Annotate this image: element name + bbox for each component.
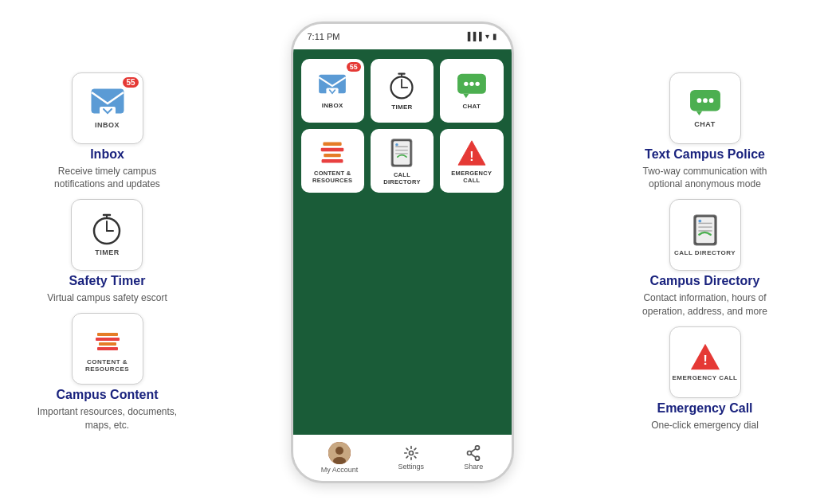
phone-time: 7:11 PM [308, 32, 340, 41]
app-content-icon [317, 139, 347, 166]
app-timer-icon [387, 72, 416, 100]
svg-rect-9 [99, 342, 116, 346]
svg-rect-25 [322, 159, 343, 162]
svg-rect-12 [327, 88, 339, 96]
tab-share-label: Share [464, 463, 483, 471]
content-icon [91, 325, 124, 355]
chat-title: Text Campus Police [645, 147, 765, 162]
svg-rect-23 [321, 148, 344, 151]
timer-icon-box: TIMER [71, 199, 143, 271]
svg-rect-24 [324, 154, 340, 157]
content-desc: Important resources, documents, maps, et… [32, 405, 183, 432]
calldirectory-icon-box: CALL DIRECTORY [669, 199, 741, 271]
chat-icon-right [689, 88, 722, 117]
svg-point-21 [475, 82, 479, 86]
app-calldirectory[interactable]: CALLDIRECTORY [371, 129, 434, 193]
feature-calldirectory: CALL DIRECTORY Campus Directory Contact … [630, 199, 781, 318]
chat-icon-box: CHAT [669, 72, 741, 144]
main-container: 55 INBOX Inbox Receive timely campus not… [8, 10, 813, 495]
feature-emergency: ! EMERGENCY CALL Emergency Call One-clic… [651, 326, 759, 432]
svg-rect-10 [97, 347, 118, 350]
right-panel: CHAT Text Campus Police Two-way communic… [614, 72, 797, 432]
timer-label-left: TIMER [95, 248, 120, 256]
feature-chat: CHAT Text Campus Police Two-way communic… [630, 72, 781, 192]
content-title: Campus Content [57, 388, 159, 402]
status-bar: 7:11 PM ▐▐▐ ▾ ▮ [293, 24, 512, 49]
bottom-bar: My Account Settings Share [293, 435, 512, 481]
avatar [328, 442, 351, 464]
timer-desc: Virtual campus safety escort [47, 291, 167, 305]
avatar-icon [328, 442, 351, 464]
tab-myaccount-label: My Account [321, 466, 359, 474]
svg-point-44 [696, 98, 701, 103]
app-chat[interactable]: CHAT [440, 59, 503, 123]
inbox-icon [90, 88, 125, 118]
feature-content: CONTENT & RESOURCES Campus Content Impor… [32, 313, 183, 432]
calldirectory-desc: Contact information, hours of operation,… [630, 291, 781, 318]
wifi-icon: ▾ [485, 32, 489, 41]
app-timer-label: TIMER [391, 104, 412, 111]
calldirectory-title: Campus Directory [650, 274, 760, 288]
signal-icon: ▐▐▐ [465, 32, 481, 41]
content-label-left: CONTENT & RESOURCES [73, 358, 143, 373]
timer-icon [91, 213, 123, 245]
svg-point-46 [708, 98, 713, 103]
tab-settings-label: Settings [398, 463, 424, 471]
app-grid: 55 INBOX [301, 59, 504, 193]
svg-line-41 [471, 448, 476, 451]
app-content-label: CONTENT &RESOURCES [312, 170, 352, 184]
svg-point-20 [469, 82, 473, 86]
app-timer[interactable]: TIMER [371, 59, 434, 123]
app-calldirectory-icon [388, 138, 415, 168]
svg-rect-1 [100, 107, 116, 116]
left-panel: 55 INBOX Inbox Receive timely campus not… [24, 72, 191, 432]
timer-title: Safety Timer [69, 274, 146, 288]
svg-point-45 [703, 98, 708, 103]
emergency-icon-right: ! [689, 342, 721, 372]
tab-share[interactable]: Share [464, 445, 483, 471]
app-emergency-icon: ! [457, 139, 487, 166]
phone: 7:11 PM ▐▐▐ ▾ ▮ 55 INBOX [291, 21, 514, 483]
svg-text:!: ! [703, 353, 708, 369]
emergency-icon-box: ! EMERGENCY CALL [669, 326, 741, 398]
tab-settings[interactable]: Settings [398, 445, 424, 471]
inbox-title: Inbox [90, 147, 124, 162]
battery-icon: ▮ [492, 32, 497, 41]
app-chat-icon [456, 72, 488, 100]
calldirectory-label-right: CALL DIRECTORY [674, 250, 736, 257]
app-inbox-label: INBOX [322, 102, 343, 110]
content-icon-box: CONTENT & RESOURCES [72, 313, 143, 385]
feature-inbox: 55 INBOX Inbox Receive timely campus not… [32, 72, 183, 192]
settings-icon [403, 445, 419, 461]
svg-line-42 [471, 454, 476, 457]
inbox-label-left: INBOX [95, 121, 120, 129]
inbox-icon-box: 55 INBOX [72, 72, 143, 144]
app-calldirectory-label: CALLDIRECTORY [383, 171, 420, 186]
app-chat-label: CHAT [462, 103, 481, 111]
svg-rect-22 [324, 143, 342, 146]
emergency-desc: One-click emergency dial [651, 419, 759, 432]
app-inbox-badge: 55 [347, 62, 361, 72]
share-icon [466, 445, 481, 461]
feature-timer: TIMER Safety Timer Virtual campus safety… [47, 199, 167, 305]
emergency-label-right: EMERGENCY CALL [673, 375, 738, 382]
svg-point-52 [698, 219, 701, 222]
inbox-badge: 55 [123, 77, 138, 88]
svg-point-19 [464, 82, 468, 86]
svg-rect-7 [97, 333, 118, 336]
svg-point-35 [335, 447, 343, 455]
svg-text:!: ! [469, 149, 473, 163]
calldirectory-icon-right [690, 213, 720, 247]
svg-point-37 [409, 451, 413, 455]
svg-point-31 [396, 143, 398, 146]
svg-rect-8 [96, 338, 120, 341]
tab-myaccount[interactable]: My Account [321, 442, 359, 474]
app-emergency[interactable]: ! EMERGENCYCALL [440, 129, 503, 193]
phone-screen: 55 INBOX [293, 49, 512, 435]
emergency-title: Emergency Call [657, 401, 752, 416]
app-content[interactable]: CONTENT &RESOURCES [301, 129, 364, 193]
app-inbox[interactable]: 55 INBOX [301, 59, 364, 123]
chat-label-right: CHAT [694, 120, 715, 128]
status-icons: ▐▐▐ ▾ ▮ [465, 32, 496, 41]
inbox-desc: Receive timely campus notifications and … [32, 165, 183, 192]
